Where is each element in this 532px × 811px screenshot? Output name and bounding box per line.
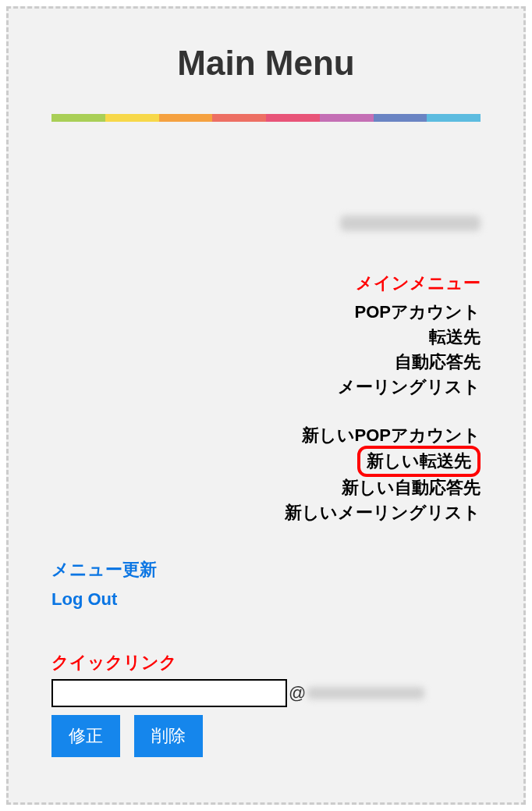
menu-refresh-link[interactable]: メニュー更新 <box>51 555 481 584</box>
menu-item-forward[interactable]: 転送先 <box>429 325 481 350</box>
menu-group-1: POPアカウント 転送先 自動応答先 メーリングリスト <box>51 300 481 400</box>
menu-item-autoresponder[interactable]: 自動応答先 <box>395 350 481 375</box>
menu-item-pop-account[interactable]: POPアカウント <box>355 300 481 325</box>
redacted-domain-inline <box>307 687 424 699</box>
menu-item-new-forward[interactable]: 新しい転送先 <box>357 446 481 477</box>
menu-group-2: 新しいPOPアカウント 新しい転送先 新しい自動応答先 新しいメーリングリスト <box>51 423 481 526</box>
quick-link-header: クイックリンク <box>51 651 481 674</box>
main-menu-header: メインメニュー <box>51 272 481 295</box>
edit-button[interactable]: 修正 <box>51 715 120 757</box>
menu-block: メインメニュー POPアカウント 転送先 自動応答先 メーリングリスト 新しいP… <box>51 215 481 525</box>
at-symbol: @ <box>289 683 306 703</box>
main-container: Main Menu メインメニュー POPアカウント 転送先 自動応答先 メーリ… <box>6 6 526 805</box>
menu-item-new-autoresponder[interactable]: 新しい自動応答先 <box>342 475 481 500</box>
menu-item-mailing-list[interactable]: メーリングリスト <box>338 375 481 400</box>
delete-button[interactable]: 削除 <box>134 715 203 757</box>
redacted-domain-top <box>340 215 481 231</box>
left-links: メニュー更新 Log Out <box>51 555 481 614</box>
menu-item-new-mailing-list[interactable]: 新しいメーリングリスト <box>285 500 481 525</box>
button-row: 修正 削除 <box>51 715 481 757</box>
logout-link[interactable]: Log Out <box>51 585 481 614</box>
menu-item-new-pop-account[interactable]: 新しいPOPアカウント <box>302 423 481 448</box>
rainbow-divider <box>51 114 481 122</box>
quick-link-section: クイックリンク @ 修正 削除 <box>51 651 481 757</box>
page-title: Main Menu <box>51 44 481 83</box>
quick-link-input-row: @ <box>51 679 481 707</box>
quick-link-input[interactable] <box>51 679 287 707</box>
